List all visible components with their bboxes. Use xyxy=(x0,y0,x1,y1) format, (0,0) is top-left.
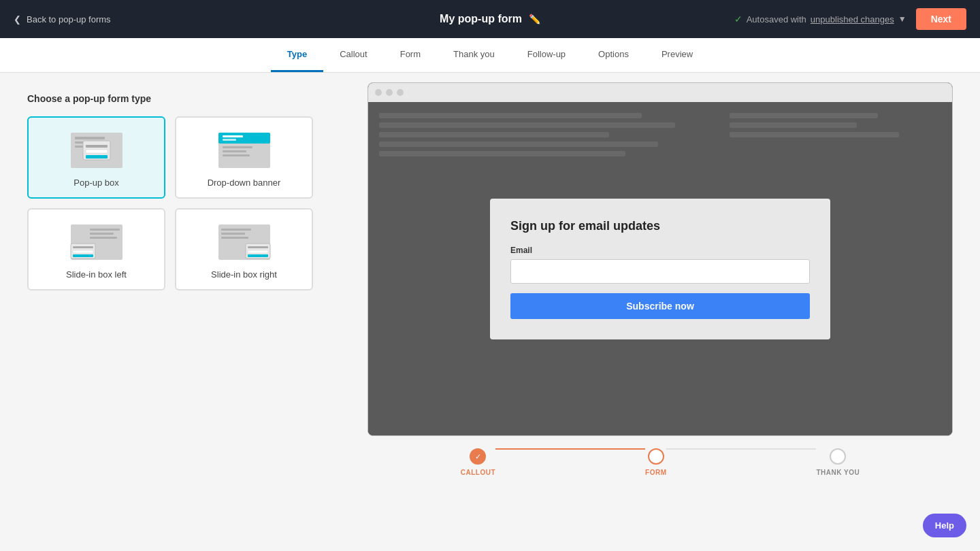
svg-rect-24 xyxy=(221,229,251,231)
svg-rect-28 xyxy=(248,246,268,248)
form-type-heading: Choose a pop-up form type xyxy=(27,93,313,104)
tab-form[interactable]: Form xyxy=(384,38,437,72)
autosaved-text: Autosaved with xyxy=(747,14,806,24)
card-label: Drop-down banner xyxy=(208,178,281,188)
form-circle xyxy=(648,448,664,465)
popup-title: Sign up for email updates xyxy=(510,219,810,233)
svg-rect-25 xyxy=(221,233,245,235)
popup-box-icon xyxy=(69,131,124,169)
browser-dot-1 xyxy=(375,89,382,96)
browser-body: Sign up for email updates Email Subscrib… xyxy=(368,102,952,435)
slidein-left-icon xyxy=(69,223,124,261)
browser-mockup: Sign up for email updates Email Subscrib… xyxy=(368,82,953,436)
svg-rect-9 xyxy=(218,133,270,144)
svg-rect-21 xyxy=(73,250,93,253)
callout-circle: ✓ xyxy=(470,448,486,465)
svg-rect-7 xyxy=(86,155,108,158)
autosaved-status: ✓ Autosaved with unpublished changes ▼ xyxy=(734,14,906,24)
svg-rect-22 xyxy=(73,254,93,257)
step-tabs: Type Callout Form Thank you Follow-up Op… xyxy=(0,38,980,73)
back-to-forms[interactable]: ❮ Back to pop-up forms xyxy=(14,14,111,24)
back-label: Back to pop-up forms xyxy=(27,14,111,24)
browser-dot-2 xyxy=(386,89,393,96)
progress-step-thankyou: THANK YOU xyxy=(816,448,860,476)
tab-thankyou[interactable]: Thank you xyxy=(437,38,511,72)
svg-rect-20 xyxy=(73,246,93,248)
tab-type[interactable]: Type xyxy=(271,38,323,72)
svg-rect-10 xyxy=(223,135,243,137)
card-popup-box[interactable]: Pop-up box xyxy=(27,116,165,199)
check-icon: ✓ xyxy=(734,14,742,24)
svg-rect-26 xyxy=(221,237,248,239)
form-title: My pop-up form xyxy=(440,13,522,25)
progress-line-2 xyxy=(666,448,816,450)
thankyou-label: THANK YOU xyxy=(816,469,860,476)
form-title-area: My pop-up form ✏️ xyxy=(440,13,540,25)
card-slidein-left[interactable]: Slide-in box left xyxy=(27,208,165,290)
edit-title-icon[interactable]: ✏️ xyxy=(529,14,540,24)
dropdown-chevron-icon[interactable]: ▼ xyxy=(898,14,906,24)
svg-rect-11 xyxy=(223,139,236,141)
right-panel: Sign up for email updates Email Subscrib… xyxy=(340,73,980,550)
dropdown-banner-icon xyxy=(217,131,272,169)
help-button[interactable]: Help xyxy=(923,514,966,537)
progress-step-callout: ✓ CALLOUT xyxy=(461,448,495,476)
tab-callout[interactable]: Callout xyxy=(323,38,383,72)
browser-chrome xyxy=(368,83,952,102)
progress-section: ✓ CALLOUT FORM THANK YOU xyxy=(368,448,953,476)
card-label: Slide-in box right xyxy=(211,269,277,280)
svg-rect-13 xyxy=(223,150,246,152)
tab-preview[interactable]: Preview xyxy=(645,38,709,72)
topbar: ❮ Back to pop-up forms My pop-up form ✏️… xyxy=(0,0,980,38)
email-input-preview xyxy=(510,259,810,284)
callout-label: CALLOUT xyxy=(461,469,495,476)
progress-step-form: FORM xyxy=(645,448,666,476)
tab-followup[interactable]: Follow-up xyxy=(511,38,582,72)
svg-rect-17 xyxy=(90,233,114,235)
progress-steps: ✓ CALLOUT FORM THANK YOU xyxy=(461,448,860,476)
thankyou-circle xyxy=(830,448,846,465)
svg-rect-12 xyxy=(223,146,252,148)
card-label: Slide-in box left xyxy=(66,269,127,280)
svg-rect-18 xyxy=(90,237,117,239)
browser-dot-3 xyxy=(397,89,404,96)
left-panel: Choose a pop-up form type Po xyxy=(0,73,340,550)
svg-rect-1 xyxy=(75,137,105,139)
tab-options[interactable]: Options xyxy=(582,38,645,72)
form-label: FORM xyxy=(645,469,666,476)
progress-line-1 xyxy=(495,448,645,450)
email-label: Email xyxy=(510,246,810,255)
svg-rect-14 xyxy=(223,154,250,156)
svg-rect-30 xyxy=(248,254,268,257)
card-slidein-right[interactable]: Slide-in box right xyxy=(175,208,313,290)
card-dropdown-banner[interactable]: Drop-down banner xyxy=(175,116,313,199)
form-type-grid: Pop-up box Drop-down banner xyxy=(27,116,313,290)
svg-rect-5 xyxy=(86,145,108,148)
unpublished-changes-link[interactable]: unpublished changes xyxy=(811,14,894,24)
svg-rect-16 xyxy=(90,229,120,231)
svg-rect-29 xyxy=(248,250,268,253)
svg-rect-6 xyxy=(86,150,108,153)
popup-preview: Sign up for email updates Email Subscrib… xyxy=(490,199,830,339)
next-button[interactable]: Next xyxy=(916,8,966,30)
subscribe-button[interactable]: Subscribe now xyxy=(510,293,810,319)
slidein-right-icon xyxy=(217,223,272,261)
chevron-left-icon: ❮ xyxy=(14,14,21,24)
topbar-actions: ✓ Autosaved with unpublished changes ▼ N… xyxy=(734,8,966,30)
card-label: Pop-up box xyxy=(74,178,119,188)
main-layout: Choose a pop-up form type Po xyxy=(0,73,980,550)
